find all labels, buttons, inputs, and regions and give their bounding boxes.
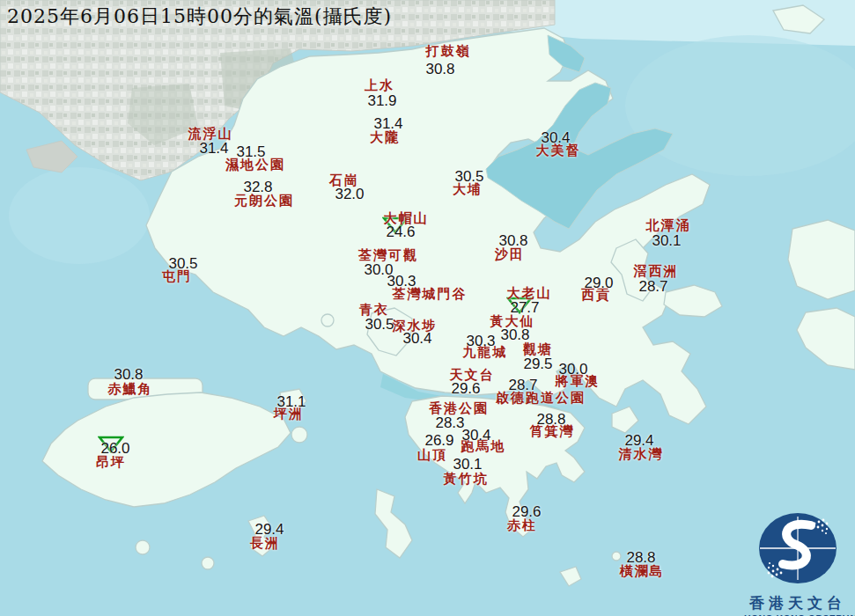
station-value: 30.0 bbox=[558, 361, 587, 378]
station-label: 打鼓嶺 bbox=[426, 43, 471, 60]
station-value: 29.0 bbox=[584, 275, 613, 292]
station-value: 29.6 bbox=[451, 380, 480, 398]
station-value: 29.6 bbox=[512, 503, 541, 521]
weather-map-page: { "title": "2025年6月06日15時00分的氣溫(攝氏度)", "… bbox=[0, 0, 855, 616]
station-value: 30.1 bbox=[652, 232, 681, 250]
station-value: 26.0 bbox=[100, 440, 129, 458]
station-label: 北潭涌 bbox=[646, 217, 691, 234]
station-value: 32.0 bbox=[335, 186, 364, 203]
hko-logo: 香港天文台 HONG KONG OBSERVATORY bbox=[744, 509, 851, 612]
station-value: 30.4 bbox=[402, 330, 431, 348]
station-value: 26.9 bbox=[424, 432, 453, 450]
station-value: 31.4 bbox=[373, 115, 402, 133]
station-value: 30.3 bbox=[466, 333, 495, 350]
station-value: 27.7 bbox=[510, 299, 539, 317]
hko-logo-icon bbox=[744, 509, 851, 588]
station-label: 滘西洲 bbox=[634, 263, 679, 280]
station-value: 30.8 bbox=[114, 366, 143, 384]
station-value: 30.1 bbox=[453, 456, 482, 473]
station-value: 30.5 bbox=[168, 255, 197, 273]
stations-layer: 打鼓嶺30.8上水31.9大隴31.4大美督30.4流浮山31.4濕地公園31.… bbox=[0, 0, 855, 616]
station-label: 上水 bbox=[365, 77, 394, 94]
station-value: 30.5 bbox=[365, 316, 394, 334]
station-value: 28.7 bbox=[508, 377, 537, 394]
station-value: 30.8 bbox=[500, 326, 529, 344]
hko-logo-name-zh: 香港天文台 bbox=[744, 593, 851, 613]
station-value: 30.3 bbox=[387, 273, 416, 290]
station-value: 24.6 bbox=[386, 224, 415, 241]
station-value: 28.7 bbox=[638, 278, 667, 296]
station-value: 32.8 bbox=[243, 179, 272, 196]
station-value: 30.4 bbox=[541, 129, 570, 147]
station-value: 28.8 bbox=[626, 549, 655, 567]
station-value: 30.8 bbox=[425, 61, 454, 78]
station-value: 31.9 bbox=[367, 92, 396, 110]
station-value: 29.5 bbox=[523, 356, 552, 373]
station-value: 30.5 bbox=[454, 168, 483, 186]
map-title: 2025年6月06日15時00分的氣溫(攝氏度) bbox=[7, 4, 392, 30]
station-value: 29.4 bbox=[624, 432, 653, 450]
station-value: 28.8 bbox=[536, 411, 565, 429]
station-value: 31.4 bbox=[199, 140, 228, 158]
station-value: 31.5 bbox=[236, 143, 265, 161]
station-value: 29.4 bbox=[254, 521, 284, 539]
station-value: 28.3 bbox=[435, 414, 464, 432]
station-value: 30.8 bbox=[498, 232, 527, 250]
station-value: 31.1 bbox=[276, 393, 306, 411]
station-value: 30.4 bbox=[461, 427, 490, 444]
